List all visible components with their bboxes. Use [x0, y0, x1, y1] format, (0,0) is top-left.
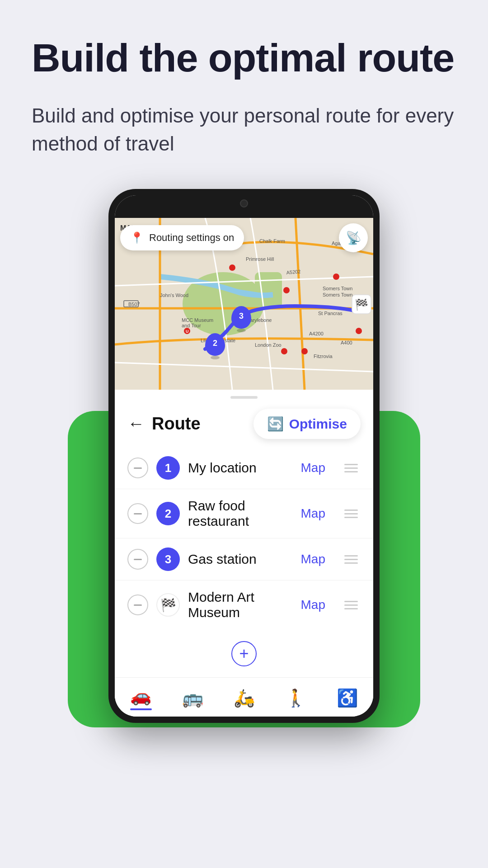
nav-item-car[interactable]: 🚗	[130, 686, 152, 710]
step-badge-flag: 🏁	[156, 593, 180, 617]
route-list: 1 My location Map	[115, 447, 373, 634]
map-link[interactable]: Map	[301, 461, 333, 475]
svg-point-31	[333, 274, 339, 280]
back-button[interactable]: ←	[127, 414, 145, 434]
remove-button[interactable]	[127, 503, 148, 524]
routing-badge-text: Routing settings on	[149, 232, 234, 244]
list-item: 🏁 Modern Art Museum Map	[115, 580, 373, 629]
svg-point-34	[237, 329, 246, 332]
phone-mockup: A5202 A4200 A400 B507 MCC Museum and Tou…	[95, 189, 393, 723]
step-name: My location	[188, 460, 293, 476]
step-badge: 3	[156, 547, 180, 571]
nav-item-walk[interactable]: 🚶	[285, 688, 306, 708]
drag-line-3	[344, 608, 358, 609]
drag-line-2	[344, 559, 358, 560]
walk-icon: 🚶	[285, 688, 306, 708]
drag-line-2	[344, 513, 358, 514]
minus-icon	[134, 513, 142, 514]
nav-item-accessibility[interactable]: ♿	[337, 688, 358, 708]
svg-text:St Pancras: St Pancras	[318, 311, 343, 316]
svg-text:Primrose Hill: Primrose Hill	[246, 256, 274, 262]
page-container: Build the optimal route Build and optimi…	[0, 0, 488, 868]
drag-line-1	[344, 509, 358, 511]
list-item: 2 Raw food restaurant Map	[115, 489, 373, 538]
svg-point-37	[211, 356, 220, 359]
remove-button[interactable]	[127, 458, 148, 478]
svg-point-32	[281, 348, 287, 354]
map-topbar: 📍 Routing settings on 📡	[120, 223, 368, 252]
svg-text:A400: A400	[341, 340, 352, 345]
optimise-label: Optimise	[289, 416, 347, 432]
signal-icon: 📡	[346, 231, 361, 245]
drag-handle[interactable]	[342, 552, 361, 566]
bottom-nav: 🚗 🚌 🛵 🚶 ♿	[115, 677, 373, 717]
step-name: Raw food restaurant	[188, 498, 293, 529]
add-icon: +	[239, 644, 249, 663]
svg-text:Fitzrovia: Fitzrovia	[314, 354, 333, 359]
svg-text:3: 3	[239, 311, 244, 321]
hero-subtitle: Build and optimise your personal route f…	[32, 102, 456, 157]
svg-text:Somers Town: Somers Town	[323, 286, 352, 291]
svg-text:and Tour: and Tour	[182, 323, 201, 328]
svg-text:🏁: 🏁	[355, 298, 368, 311]
route-header: ← Route 🔄 Optimise	[115, 399, 373, 447]
list-item: 1 My location Map	[115, 447, 373, 489]
map-link[interactable]: Map	[301, 552, 333, 566]
svg-text:John's Wood: John's Wood	[160, 292, 188, 298]
optimise-button[interactable]: 🔄 Optimise	[253, 409, 361, 439]
list-item: 3 Gas station Map	[115, 538, 373, 580]
phone-inner: A5202 A4200 A400 B507 MCC Museum and Tou…	[115, 195, 373, 717]
svg-point-28	[283, 287, 290, 293]
drag-handle[interactable]	[342, 507, 361, 521]
svg-rect-2	[255, 272, 282, 308]
drag-line-3	[344, 517, 358, 518]
phone-frame: A5202 A4200 A400 B507 MCC Museum and Tou…	[108, 189, 380, 723]
map-area: A5202 A4200 A400 B507 MCC Museum and Tou…	[115, 218, 373, 390]
svg-text:2: 2	[213, 339, 217, 348]
scooter-icon: 🛵	[234, 688, 255, 708]
svg-text:A4200: A4200	[309, 331, 324, 336]
step-name: Modern Art Museum	[188, 590, 293, 620]
bottom-panel: ← Route 🔄 Optimise	[115, 396, 373, 717]
step-name: Gas station	[188, 552, 293, 567]
active-indicator	[130, 708, 152, 710]
step-badge: 2	[156, 502, 180, 525]
svg-point-29	[356, 328, 362, 334]
drag-line-1	[344, 555, 358, 557]
status-bar	[115, 195, 373, 218]
svg-text:MCC Museum: MCC Museum	[182, 317, 213, 323]
map-link[interactable]: Map	[301, 506, 333, 521]
minus-icon	[134, 559, 142, 560]
map-link[interactable]: Map	[301, 598, 333, 612]
svg-text:Somers Town: Somers Town	[323, 292, 352, 297]
routing-badge[interactable]: 📍 Routing settings on	[120, 225, 244, 250]
svg-text:London Zoo: London Zoo	[255, 342, 282, 348]
accessibility-icon: ♿	[337, 688, 358, 708]
drag-handle[interactable]	[342, 598, 361, 612]
drag-line-1	[344, 464, 358, 465]
nav-item-bus[interactable]: 🚌	[182, 688, 203, 708]
svg-point-33	[229, 264, 235, 271]
svg-point-30	[301, 348, 308, 354]
add-stop-button[interactable]: +	[231, 641, 257, 666]
drag-line-2	[344, 467, 358, 469]
camera-lens	[240, 199, 248, 208]
drag-line-3	[344, 471, 358, 472]
step-badge: 1	[156, 456, 180, 480]
remove-button[interactable]	[127, 594, 148, 615]
drag-handle[interactable]	[342, 461, 361, 475]
route-title-row: ← Route	[127, 414, 201, 434]
minus-icon	[134, 467, 142, 469]
drag-line-3	[344, 562, 358, 564]
remove-button[interactable]	[127, 549, 148, 570]
svg-text:U: U	[186, 329, 189, 334]
nav-item-scooter[interactable]: 🛵	[234, 688, 255, 708]
routing-icon: 📍	[130, 231, 144, 244]
phone-notch	[217, 195, 271, 212]
signal-button[interactable]: 📡	[339, 223, 368, 252]
optimise-icon: 🔄	[267, 416, 284, 432]
drag-line-1	[344, 601, 358, 602]
drag-line-2	[344, 604, 358, 606]
bus-icon: 🚌	[182, 688, 203, 708]
add-btn-row: +	[115, 634, 373, 677]
